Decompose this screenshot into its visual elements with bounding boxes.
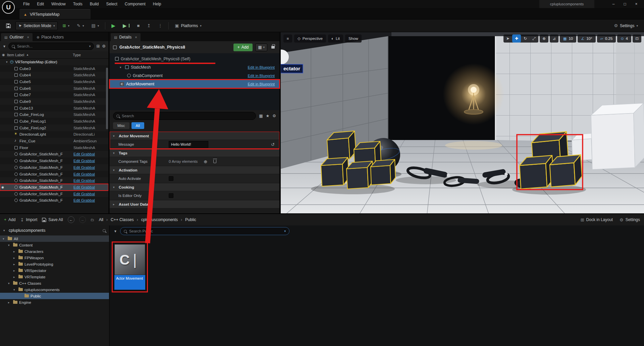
edit-in-blueprint-link[interactable]: Edit in Blueprint [248,82,275,86]
auto-activate-checkbox[interactable] [169,176,173,181]
scale-snap-control[interactable]: ▱0.25 [597,34,616,43]
add-array-element-icon[interactable]: ⊕ [204,159,207,164]
actor-type[interactable]: Edit Grabbal [73,198,106,202]
outliner-scrollbar-thumb[interactable] [106,68,108,129]
dock-in-layout-button[interactable]: ⊞Dock in Layout [581,217,613,222]
minimize-icon[interactable]: – [608,0,619,8]
outliner-row[interactable]: ◉ GrabActor_StaticMesh_F Edit Grabbal [0,151,108,158]
chip-all[interactable]: All [131,122,144,129]
outliner-row[interactable]: ◉ Cube13 StaticMeshA [0,105,108,112]
lock-icon[interactable] [271,46,275,49]
actor-type[interactable]: StaticMeshA [73,67,106,71]
expander-icon[interactable]: ▾ [8,244,11,247]
folder-tree-row[interactable]: Public [0,293,109,299]
import-button[interactable]: ↧Import [20,217,37,222]
expander-icon[interactable]: ▾ [120,66,123,69]
section-cooking[interactable]: ▾ Cooking [110,183,279,191]
save-button[interactable] [3,21,13,30]
expander-icon[interactable]: ▸ [13,263,17,266]
outliner-settings-icon[interactable]: ⊞ [96,44,100,49]
actor-type[interactable]: Edit Grabbal [73,172,106,176]
expander-icon[interactable]: ▾ [3,237,6,240]
breadcrumb-item[interactable]: Public [178,217,196,222]
favorites-star-icon[interactable]: ★ [266,114,269,118]
menu-item[interactable]: File [19,0,33,8]
move-tool-icon[interactable]: ✚ [512,34,521,43]
outliner-row[interactable]: ◉ GrabActor_StaticMesh_F Edit Grabbal [0,191,108,197]
folder-tree-row[interactable]: ▾ All [0,235,109,242]
add-component-button[interactable]: +Add [233,44,253,51]
visibility-column-eye-icon[interactable]: ◉ [2,53,5,57]
maximize-viewport-icon[interactable]: ⊡ [633,34,641,43]
show-dropdown[interactable]: Show [345,34,362,43]
expander-icon[interactable]: ▾ [13,288,17,291]
menu-item[interactable]: Window [48,0,69,8]
column-type[interactable]: Type [73,53,106,57]
visibility-eye-icon[interactable]: ◉ [1,186,6,189]
save-all-button[interactable]: Save All [42,217,63,222]
actor-type[interactable]: StaticMeshA [73,113,106,117]
folder-tree-row[interactable]: ▸ VRTemplate [0,274,109,280]
select-tool-icon[interactable]: ➤ [503,34,512,43]
chip-misc[interactable]: Misc [113,122,129,129]
actor-type[interactable]: DirectionalLi [73,132,106,136]
folder-tree-row[interactable]: ▾ Content [0,242,109,248]
expander-icon[interactable]: ▸ [13,275,17,279]
actor-type[interactable]: StaticMeshA [73,119,106,123]
cinematics-dropdown[interactable]: ▤▾ [89,21,102,30]
actor-type[interactable]: StaticMeshA [73,80,106,84]
content-search-input[interactable]: Search Public ▾ [120,227,289,235]
add-actor-dropdown[interactable]: ⊞▾ [60,21,72,30]
outliner-row[interactable]: ◉ Cube7 StaticMeshA [0,91,108,98]
play-button[interactable]: ▶ [109,21,118,30]
actor-type[interactable]: StaticMeshA [73,93,106,97]
outliner-row[interactable]: ◉ GrabActor_StaticMesh_F Edit Grabbal [0,157,108,164]
back-arrow-icon[interactable]: ← [68,216,74,223]
section-tags[interactable]: ▾ Tags [110,149,279,157]
sources-header[interactable]: ▾ cplupluscomponents [0,225,109,235]
tab-details[interactable]: ▤ Details × [111,33,141,41]
actor-type[interactable]: StaticMeshA [73,73,106,77]
perspective-dropdown[interactable]: ◇Perspective [294,34,326,43]
menu-item[interactable]: Tools [69,0,86,8]
actor-type[interactable]: StaticMeshA [73,106,106,110]
frame-skip-button[interactable]: ▶ [120,21,132,30]
message-input[interactable]: Hello World! [169,141,208,148]
expander-icon[interactable]: ▸ [13,269,17,272]
close-icon[interactable]: × [631,0,642,8]
section-actor-movement[interactable]: ▾ Actor Movement [110,132,279,140]
display-settings-gear-icon[interactable]: ⚙ [272,114,276,118]
actor-type[interactable]: StaticMeshA [73,146,106,150]
rotate-tool-icon[interactable]: ↻ [521,34,530,43]
filter-funnel-icon[interactable]: ▼ [3,45,6,48]
menu-item[interactable]: Select [102,0,121,8]
actor-type[interactable]: StaticMeshA [73,86,106,90]
unreal-logo[interactable]: U [2,1,15,14]
outliner-row[interactable]: ◉ GrabActor_StaticMesh_F Edit Grabbal [0,171,108,178]
component-row-actormovement[interactable]: C ActorMovement Edit in Blueprint [110,80,279,88]
platforms-dropdown[interactable]: ▣ Platforms ▾ [172,21,204,30]
section-activation[interactable]: ▾ Activation [110,166,279,174]
outliner-row[interactable]: ◉ Cube_FireLog1 StaticMeshA [0,118,108,125]
scale-tool-icon[interactable]: ⤢ [530,34,538,43]
world-local-toggle-icon[interactable]: ⊕ [540,34,548,43]
actor-type[interactable]: StaticMeshA [73,99,106,103]
viewport-options-button[interactable]: ≡ [283,34,292,43]
reset-to-default-icon[interactable]: ↺ [271,142,275,147]
breadcrumb-item[interactable]: C++ Classes [103,217,134,222]
edit-in-blueprint-link[interactable]: Edit in Blueprint [248,74,275,78]
breadcrumb-item[interactable]: All [99,217,103,222]
folder-tree-row[interactable]: ▸ Characters [0,248,109,255]
close-icon[interactable]: × [27,35,29,39]
folder-tree-row[interactable]: ▸ FPWeapon [0,255,109,261]
view-mode-dropdown[interactable]: ◐Lit [328,34,343,43]
column-item-label[interactable]: Item Label ▲ [7,53,73,57]
tab-place-actors[interactable]: ⊕ Place Actors [33,33,67,41]
breadcrumb-item[interactable]: cplupluscomponents [134,217,178,222]
surface-snap-icon[interactable]: ⊿ [550,34,558,43]
menu-item[interactable]: Edit [33,0,48,8]
outliner-row[interactable]: ◉ DirectionalLight DirectionalLi [0,131,108,138]
property-matrix-icon[interactable]: ▦ [259,114,263,118]
close-icon[interactable]: × [135,35,137,39]
outliner-row[interactable]: ◉ Cube3 StaticMeshA [0,65,108,72]
